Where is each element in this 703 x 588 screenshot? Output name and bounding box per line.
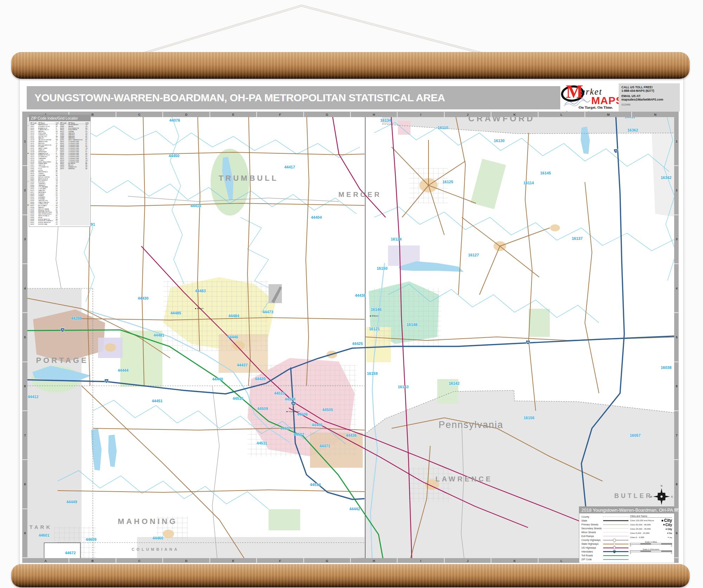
legend-item: County Highways [581,538,628,542]
legend-city-class: Cities 0 - 4,999City [630,535,672,539]
grid-cell-6: 6 [22,362,27,411]
logo-tagline: On Target. On Time. [579,105,613,109]
grid-cell-1: 1 [674,117,679,166]
city-dot-icon [667,533,668,534]
grid-cell-I: I [398,112,444,117]
map-frame: 80 76 79 80 680 N S E W TRUMB [22,111,679,563]
grid-cell-F: F [257,112,304,117]
svg-text:N: N [660,485,662,487]
wall-map-photo: YOUNGSTOWN-WARREN-BOARDMAN, OH-PA METROP… [0,0,703,588]
grid-cell-8: 8 [674,460,679,509]
legend-item: US Highways [581,546,628,550]
legend-item: Exit Ramps [581,534,628,538]
contact-email-label: EMAIL US AT: [621,94,677,98]
svg-text:76: 76 [62,329,64,331]
wooden-rail-top [11,52,690,79]
grid-ruler-right: 123456789 [674,117,679,558]
grid-cell-D: D [163,558,210,563]
grid-cell-8: 8 [22,460,27,509]
park-2 [529,309,550,337]
grid-cell-4: 4 [22,264,27,313]
grid-cell-9: 9 [22,509,27,558]
legend-item: Minor Streets [581,530,628,534]
contact-email: mapsales@MarketMAPS.com [621,98,677,101]
legend-line-items: CountyStatePrimary StreetsSecondary Stre… [581,515,628,561]
title-banner: YOUNGSTOWN-WARREN-BOARDMAN, OH-PA METROP… [27,86,560,109]
grid-cell-J: J [445,112,491,117]
legend-item: State Highways [581,542,628,546]
legend-cities-header: Cities and Towns [630,515,672,518]
legend-panel: 2018 Youngstown-Warren-Boardman, OH-PA M… [579,506,675,563]
grid-cell-2: 2 [674,166,679,215]
grid-cell-I: I [398,558,444,563]
grid-cell-6: 6 [674,362,679,411]
grid-cell-3: 3 [674,215,679,264]
us-shield-icon [613,547,616,549]
grid-cell-4: 4 [674,264,679,313]
state-shield-icon [613,543,616,545]
legend-city-class: Cities 25,000 - 49,999City [630,527,672,531]
map-title: YOUNGSTOWN-WARREN-BOARDMAN, OH-PA METROP… [27,92,445,104]
grid-cell-7: 7 [674,411,679,460]
index-row: 44452NORTH LIMAF9 [30,224,60,225]
grid-cell-5: 5 [22,313,27,362]
legend-cities: Cities and Towns Cities 100,000 and Abov… [628,515,672,561]
grid-cell-G: G [304,558,351,563]
interstate-shield-icon [613,550,616,553]
city-dot-icon [668,537,669,538]
contact-phone: 1-888-434-MAPS (6277) [621,89,677,92]
grid-cell-N: N [632,112,679,117]
zip-index-right-column: ZIP CodeZIP NameLOC44454PETERSBURGG94446… [60,122,90,225]
grid-cell-E: E [210,112,257,117]
grid-cell-H: H [351,112,398,117]
contact-code: 0123456 [621,103,677,107]
grid-cell-L: L [538,112,585,117]
svg-text:W: W [650,496,652,498]
city-dot-icon [666,529,667,530]
svg-text:79: 79 [615,150,617,152]
grid-cell-5: 5 [674,313,679,362]
grid-cell-D: D [163,112,210,117]
grid-cell-E: E [210,558,257,563]
grid-cell-F: F [257,558,304,563]
legend-item: Primary Streets [581,523,628,526]
zip-index-panel: ZIP Code Index/Grid Locator ZIP CodeZIP … [29,115,91,227]
contact-call: CALL US TOLL FREE! [621,85,677,89]
marketmaps-logo: M arket MAPS On Target. On Time. America… [560,82,619,116]
wooden-rail-bottom [11,564,690,587]
zip-index-title: ZIP Code Index/Grid Locator [29,115,90,121]
svg-text:80: 80 [527,341,529,343]
index-row: 44672SEBRINGB9 [60,168,90,170]
grid-cell-3: 3 [22,215,27,264]
legend-item: ZIP Code [581,557,628,561]
grid-cell-M: M [585,112,632,117]
svg-text:680: 680 [292,403,295,405]
grid-cell-K: K [491,112,538,117]
zip-index-left-column: ZIP CodeZIP NameLOC16038HARRISVILLEN6160… [30,122,60,225]
grid-cell-C: C [116,558,163,563]
legend-item: County [581,515,628,519]
scale-bar: Scale in Kilometers03 [630,548,672,554]
map-canvas: 80 76 79 80 680 N S E W [22,112,679,563]
greenville-zone [398,121,411,135]
legend-item: Interstates [581,550,628,554]
grid-cell-1: 1 [22,117,27,166]
grid-cell-L: L [538,558,585,563]
svg-text:80: 80 [105,380,108,382]
grid-cell-K: K [491,558,538,563]
svg-text:E: E [671,496,673,498]
park-3 [269,509,300,530]
grid-cell-9: 9 [674,509,679,558]
grid-cell-A: A [22,558,69,563]
legend-city-class: Cities 5,000 - 24,999City [630,531,672,535]
legend-city-class: Cities 100,000 and AboveCity [630,518,672,523]
city-dot-icon [663,524,665,525]
county-shield-icon [613,539,616,542]
map-sheet: YOUNGSTOWN-WARREN-BOARDMAN, OH-PA METROP… [19,77,684,569]
legend-item: Toll Roads [581,554,628,557]
grid-cell-G: G [304,112,351,117]
airport-symbol [269,284,282,303]
grid-cell-B: B [69,558,116,563]
legend-item: State [581,519,628,523]
legend-item: Secondary Streets [581,526,628,530]
